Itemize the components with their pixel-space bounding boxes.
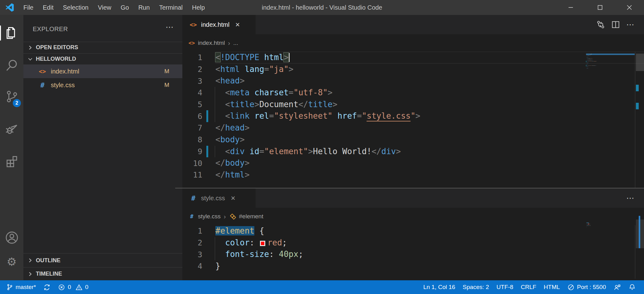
section-timeline[interactable]: TIMELINE — [23, 267, 182, 280]
overview-ruler-modified-mark — [636, 85, 639, 91]
breadcrumb-symbol[interactable]: #element — [239, 213, 263, 220]
code-line[interactable]: 5 <title>Document</title> — [182, 99, 644, 111]
extensions-icon[interactable] — [0, 146, 23, 177]
line-number[interactable]: 1 — [182, 226, 202, 235]
tab-close-icon[interactable]: ✕ — [235, 21, 240, 28]
minimap-divider — [635, 225, 635, 279]
encoding-item[interactable]: UTF-8 — [493, 280, 517, 294]
section-folder-helloworld[interactable]: HELLOWORLD — [23, 53, 182, 64]
maximize-button[interactable] — [585, 0, 615, 15]
code-line[interactable]: 11</html> — [182, 169, 644, 181]
split-editor-icon[interactable] — [610, 19, 621, 30]
tab-close-icon[interactable]: ✕ — [231, 195, 236, 202]
source-control-icon[interactable]: 2 — [0, 81, 23, 112]
css-file-icon: # — [187, 213, 196, 220]
breadcrumb: <> index.html › ... — [182, 34, 644, 52]
gutter-spacer — [206, 169, 208, 181]
color-swatch-red[interactable] — [589, 224, 589, 225]
editor-group-style-css: # style.css ✕ ⋯ # style.css › #element — [182, 188, 644, 280]
code-line[interactable]: 1#element { — [182, 225, 644, 237]
code-line[interactable]: 2<html lang="ja"> — [182, 64, 644, 75]
code-line[interactable]: 2 color: red; — [182, 237, 644, 249]
language-mode-item[interactable]: HTML — [540, 280, 564, 294]
git-branch-item[interactable]: master* — [2, 280, 40, 294]
search-icon[interactable] — [0, 50, 23, 81]
run-and-debug-icon[interactable] — [0, 113, 23, 144]
gutter-spacer — [206, 134, 208, 146]
cursor-position-item[interactable]: Ln 1, Col 16 — [420, 280, 459, 294]
breadcrumb-file[interactable]: style.css — [198, 213, 221, 220]
editor-group-index-html: <> index.html ✕ — [182, 15, 644, 188]
line-number[interactable]: 3 — [182, 250, 202, 259]
settings-gear-icon[interactable]: ⚙ — [0, 246, 23, 277]
code-line[interactable]: 10</body> — [182, 157, 644, 169]
code-editor-style-css[interactable]: 1#element {2 color: red;3 font-size: 40p… — [182, 225, 644, 280]
open-changes-icon[interactable] — [595, 19, 606, 30]
code-line[interactable]: 4 <meta charset="utf-8"> — [182, 87, 644, 99]
tab-index-html[interactable]: <> index.html ✕ — [182, 15, 256, 34]
text-cursor — [289, 53, 290, 62]
code-line[interactable]: 3 font-size: 40px; — [182, 249, 644, 260]
line-number[interactable]: 2 — [182, 65, 202, 74]
menu-edit[interactable]: Edit — [38, 0, 58, 15]
close-button[interactable] — [615, 0, 644, 15]
line-number[interactable]: 6 — [182, 112, 202, 121]
explorer-more-actions-icon[interactable]: ⋯ — [166, 22, 174, 32]
section-outline[interactable]: OUTLINE — [23, 253, 182, 267]
line-number[interactable]: 8 — [182, 135, 202, 144]
gutter-spacer — [206, 99, 208, 111]
line-number[interactable]: 2 — [182, 238, 202, 247]
line-number[interactable]: 4 — [182, 88, 202, 97]
code-line[interactable]: 1<!DOCTYPE html> — [182, 52, 644, 64]
problems-item[interactable]: 0 0 — [54, 280, 92, 294]
live-server-port-item[interactable]: Port : 5500 — [564, 280, 610, 294]
menu-selection[interactable]: Selection — [58, 0, 93, 15]
eol-item[interactable]: CRLF — [517, 280, 540, 294]
code-line[interactable]: 7</head> — [182, 122, 644, 134]
notifications-bell-icon[interactable] — [625, 280, 640, 294]
breadcrumb: # style.css › #element — [182, 208, 644, 225]
more-actions-icon[interactable]: ⋯ — [625, 193, 636, 203]
sync-item[interactable] — [40, 280, 54, 294]
css-file-icon: # — [189, 194, 198, 202]
code-editor-index-html[interactable]: 1<!DOCTYPE html>2<html lang="ja">3<head>… — [182, 52, 644, 188]
file-row-style-css[interactable]: # style.css M — [23, 78, 182, 92]
feedback-icon[interactable] — [610, 280, 625, 294]
minimap[interactable]: #element { color: red; font-size: 40px;} — [586, 222, 635, 230]
scrollbar-thumb[interactable] — [636, 54, 644, 71]
line-number[interactable]: 11 — [182, 170, 202, 179]
gutter-spacer — [206, 87, 208, 99]
code-line[interactable]: 3<head> — [182, 75, 644, 87]
line-number[interactable]: 4 — [182, 262, 202, 271]
menu-run[interactable]: Run — [134, 0, 155, 15]
code-line[interactable]: 6 <link rel="stylesheet" href="style.css… — [182, 110, 644, 122]
minimap[interactable]: <!DOCTYPE html><html lang="ja"><head> <m… — [586, 54, 635, 71]
minimize-button[interactable] — [556, 0, 585, 15]
menu-go[interactable]: Go — [116, 0, 134, 15]
line-number[interactable]: 1 — [182, 53, 202, 62]
code-line[interactable]: 9 <div id="element">Hello World!</div> — [182, 146, 644, 158]
color-swatch-red[interactable] — [260, 241, 265, 246]
line-number[interactable]: 3 — [182, 77, 202, 86]
indentation-item[interactable]: Spaces: 2 — [459, 280, 493, 294]
file-row-index-html[interactable]: <> index.html M — [23, 64, 182, 78]
explorer-icon[interactable] — [0, 17, 23, 49]
section-open-editors[interactable]: OPEN EDITORS — [23, 42, 182, 53]
menu-terminal[interactable]: Terminal — [154, 0, 187, 15]
line-number[interactable]: 10 — [182, 159, 202, 168]
breadcrumb-tail[interactable]: ... — [233, 40, 238, 46]
menu-help[interactable]: Help — [187, 0, 209, 15]
more-actions-icon[interactable]: ⋯ — [625, 19, 636, 30]
tab-bar: <> index.html ✕ — [182, 15, 644, 34]
breadcrumb-file[interactable]: index.html — [198, 40, 225, 46]
line-number[interactable]: 7 — [182, 123, 202, 132]
code-line[interactable]: 8<body> — [182, 134, 644, 146]
code-line[interactable]: 4} — [182, 260, 644, 272]
gutter-spacer — [206, 52, 208, 64]
line-number[interactable]: 5 — [182, 100, 202, 109]
menu-bar: FileEditSelectionViewGoRunTerminalHelp — [19, 0, 209, 15]
menu-view[interactable]: View — [93, 0, 116, 15]
line-number[interactable]: 9 — [182, 147, 202, 156]
menu-file[interactable]: File — [19, 0, 38, 15]
tab-style-css[interactable]: # style.css ✕ — [182, 188, 256, 208]
